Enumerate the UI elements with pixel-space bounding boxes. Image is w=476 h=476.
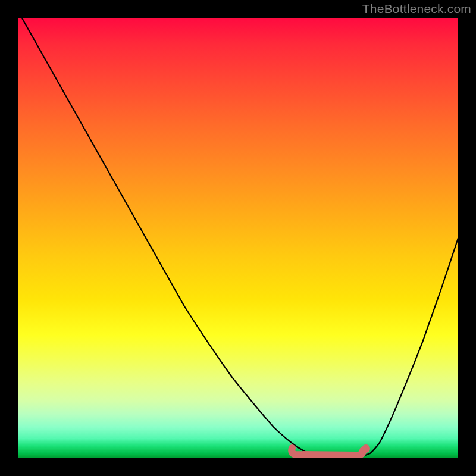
highlight-dot-icon	[362, 444, 370, 453]
highlight-band	[292, 448, 363, 455]
highlight-layer	[18, 18, 458, 458]
chart-frame: TheBottleneck.com	[0, 0, 476, 476]
watermark-text: TheBottleneck.com	[362, 2, 471, 16]
